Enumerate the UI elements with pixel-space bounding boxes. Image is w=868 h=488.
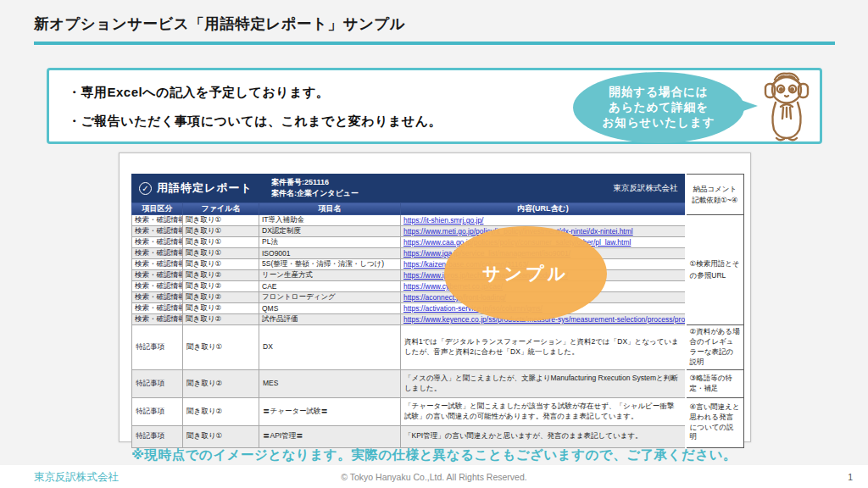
comment-column-header: 納品コメント 記載依頼①~④ (686, 175, 744, 215)
cell-content: 「チャーター試験」と聞こえましたが該当する試験が存在せず、「シャルピー衝撃試験」… (401, 397, 686, 425)
col-header-file: ファイル名 (183, 202, 259, 215)
info-bullet: ・専用Excelへの記入を予定しております。 (68, 85, 329, 101)
report-row: 検索・確認情報聞き取り①IT導入補助金https://it-shien.smrj… (132, 215, 744, 226)
cell-item-name: 〓チャーター試験〓 (259, 397, 401, 425)
cell-file-name: 聞き取り① (183, 259, 259, 270)
speech-bubble: 開始する場合には あらためて詳細を お知らせいたします (573, 72, 744, 143)
title-underline (34, 42, 835, 45)
cell-item-name: リーン生産方式 (259, 270, 401, 281)
cell-item-name: フロントローディング (259, 292, 401, 303)
report-row: 検索・確認情報聞き取り②試作品評価https://www.keyence.co.… (132, 314, 744, 325)
cell-item-name: DX (259, 325, 401, 370)
report-title: 用語特定レポート (157, 180, 253, 196)
cell-item-name: ISO9001 (259, 248, 401, 259)
col-header-item: 項目名 (259, 202, 401, 215)
cell-category: 検索・確認情報 (132, 248, 183, 259)
cell-category: 検索・確認情報 (132, 215, 183, 226)
cell-content: 「KPI管理」の言い間違えかと思いますが、発言のまま表記しています。 (401, 425, 686, 447)
footer-copyright: © Tokyo Hanyaku Co.,Ltd. All Rights Rese… (0, 472, 868, 482)
cell-file-name: 聞き取り② (183, 270, 259, 281)
report-screenshot: ✓ 用語特定レポート 案件番号:251116 案件名:企業インタビュー 東京反訳… (119, 152, 751, 442)
col-header-content: 内容(URL含む) (401, 202, 686, 215)
cell-file-name: 聞き取り① (183, 248, 259, 259)
comment-note: ②資料がある場合のイレギュラーな表記の説明 (686, 325, 744, 370)
report-row: 検索・確認情報聞き取り①5S(整理・整頓・清掃・清潔・しつけ)https://k… (132, 259, 744, 270)
cell-file-name: 聞き取り② (183, 292, 259, 303)
cell-content: https://it-shien.smrj.go.jp/ (401, 215, 686, 226)
cell-category: 検索・確認情報 (132, 259, 183, 270)
cell-item-name: DX認定制度 (259, 226, 401, 237)
content-url-link[interactable]: https://it-shien.smrj.go.jp/ (403, 216, 483, 225)
cell-file-name: 聞き取り② (183, 314, 259, 325)
cell-item-name: IT導入補助金 (259, 215, 401, 226)
cell-file-name: 聞き取り② (183, 369, 259, 397)
page-title: 新オプションサービス「用語特定レポート」サンプル (34, 14, 405, 34)
report-row: 特記事項聞き取り①〓API管理〓「KPI管理」の言い間違えかと思いますが、発言の… (132, 425, 744, 447)
report-row: 検索・確認情報聞き取り②QMShttps://activation-servic… (132, 303, 744, 314)
comment-note: ④言い間違えと思われる発言についての説明 (686, 397, 744, 447)
cell-item-name: 試作品評価 (259, 314, 401, 325)
cell-category: 検索・確認情報 (132, 303, 183, 314)
cell-category: 特記事項 (132, 425, 183, 447)
cell-category: 検索・確認情報 (132, 237, 183, 248)
comment-note: ③略語等の特定・補足 (686, 369, 744, 397)
case-name: 案件名:企業インタビュー (271, 189, 359, 197)
report-row: 特記事項聞き取り①DX資料1では「デジタルトランスフォーメーション」と資料2では… (132, 325, 744, 370)
page-number: 1 (848, 472, 853, 482)
cell-category: 特記事項 (132, 325, 183, 370)
case-info: 案件番号:251116 案件名:企業インタビュー (271, 177, 359, 200)
report-row: 検索・確認情報聞き取り①ISO9001https://www.jqa.jp/se… (132, 248, 744, 259)
disclaimer-note: ※現時点でのイメージとなります。実際の仕様と異なることもございますので、ご了承く… (0, 446, 868, 464)
report-row: 特記事項聞き取り②〓チャーター試験〓「チャーター試験」と聞こえましたが該当する試… (132, 397, 744, 425)
cell-file-name: 聞き取り① (183, 425, 259, 447)
sample-watermark-label: サンプル (482, 262, 569, 286)
bubble-text: あらためて詳細を (609, 100, 709, 115)
report-row: 検索・確認情報聞き取り①PL法https://www.caa.go.jp/pol… (132, 237, 744, 248)
dog-mascot-icon (756, 68, 817, 144)
report-row: 検索・確認情報聞き取り①DX認定制度https://www.meti.go.jp… (132, 226, 744, 237)
bubble-text: 開始する場合には (609, 85, 708, 100)
report-table: ✓ 用語特定レポート 案件番号:251116 案件名:企業インタビュー 東京反訳… (131, 174, 744, 448)
cell-item-name: PL法 (259, 237, 401, 248)
report-company: 東京反訳株式会社 (614, 183, 678, 194)
cell-file-name: 聞き取り① (183, 226, 259, 237)
cell-category: 検索・確認情報 (132, 270, 183, 281)
cell-item-name: CAE (259, 281, 401, 292)
cell-content: 「メスの導入」と聞こえましたが、文脈よりManufacturing Rxecut… (401, 369, 686, 397)
cell-item-name: 〓API管理〓 (259, 425, 401, 447)
report-row: 検索・確認情報聞き取り②リーン生産方式https://www.ipros.jp/… (132, 270, 744, 281)
cell-item-name: 5S(整理・整頓・清掃・清潔・しつけ) (259, 259, 401, 270)
check-circle-icon: ✓ (139, 182, 152, 195)
cell-content: 資料1では「デジタルトランスフォーメーション」と資料2では「DX」となっていまし… (401, 325, 686, 370)
report-rows: 検索・確認情報聞き取り①IT導入補助金https://it-shien.smrj… (132, 215, 744, 448)
report-row: 特記事項聞き取り②MES「メスの導入」と聞こえましたが、文脈よりManufact… (132, 369, 744, 397)
report-row: 検索・確認情報聞き取り②フロントローディングhttps://aconnect.j… (132, 292, 744, 303)
cell-item-name: MES (259, 369, 401, 397)
cell-category: 検索・確認情報 (132, 226, 183, 237)
cell-category: 検索・確認情報 (132, 281, 183, 292)
slide: 新オプションサービス「用語特定レポート」サンプル ・専用Excelへの記入を予定… (0, 0, 868, 488)
cell-category: 特記事項 (132, 397, 183, 425)
case-number: 案件番号:251116 (271, 178, 329, 186)
cell-file-name: 聞き取り② (183, 303, 259, 314)
cell-item-name: QMS (259, 303, 401, 314)
cell-category: 検索・確認情報 (132, 314, 183, 325)
info-bullet: ・ご報告いただく事項については、これまでと変わりません。 (68, 114, 442, 130)
sample-watermark: サンプル (444, 226, 607, 321)
cell-file-name: 聞き取り① (183, 237, 259, 248)
report-header-band: ✓ 用語特定レポート 案件番号:251116 案件名:企業インタビュー 東京反訳… (132, 175, 686, 202)
footer: 東京反訳株式会社 © Tokyo Hanyaku Co.,Ltd. All Ri… (0, 465, 868, 488)
comment-note: ①検索用語とその参照URL (686, 215, 744, 325)
cell-file-name: 聞き取り② (183, 397, 259, 425)
cell-file-name: 聞き取り② (183, 281, 259, 292)
cell-category: 特記事項 (132, 369, 183, 397)
col-header-category: 項目区分 (132, 202, 183, 215)
cell-file-name: 聞き取り① (183, 215, 259, 226)
cell-file-name: 聞き取り① (183, 325, 259, 370)
cell-category: 検索・確認情報 (132, 292, 183, 303)
bubble-text: お知らせいたします (602, 115, 715, 130)
report-row: 検索・確認情報聞き取り②CAEhttps://www.cybernet.co.j… (132, 281, 744, 292)
